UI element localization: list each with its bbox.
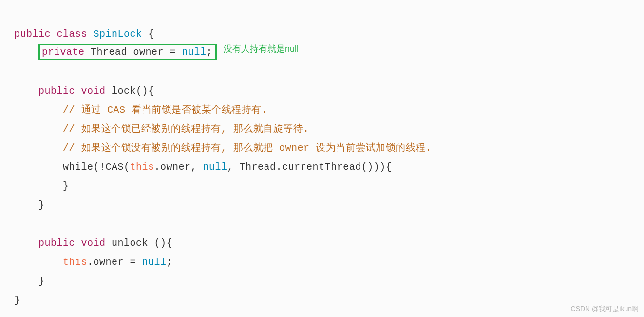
comment-line: // 通过 CAS 看当前锁是否被某个线程持有.	[63, 104, 267, 116]
watermark: CSDN @我可是ikun啊	[571, 305, 639, 314]
keyword-class: class	[57, 28, 88, 40]
semicolon: ;	[207, 46, 213, 58]
comment-line: // 如果这个锁已经被别的线程持有, 那么就自旋等待.	[63, 123, 309, 135]
brace: {	[142, 28, 154, 40]
field-decl: Thread owner =	[85, 46, 182, 58]
method-lock: lock(){	[106, 85, 154, 97]
while-mid2: , Thread.currentThread())){	[227, 161, 392, 173]
highlighted-line: private Thread owner = null;	[38, 44, 217, 60]
class-name: SpinLock	[94, 28, 142, 40]
keyword-public: public	[38, 85, 75, 97]
semicolon: ;	[167, 257, 173, 268]
method-unlock: unlock (){	[106, 238, 173, 249]
null-literal: null	[182, 46, 207, 58]
null-literal: null	[142, 257, 167, 268]
space	[75, 238, 81, 249]
this-keyword: this	[130, 161, 154, 173]
assign-rest: .owner =	[87, 257, 142, 268]
close-brace: }	[63, 180, 69, 192]
while-pre: while(!CAS(	[63, 161, 130, 173]
this-keyword: this	[63, 257, 87, 268]
close-brace: }	[38, 276, 45, 287]
keyword-private: private	[42, 46, 85, 58]
code-block: public class SpinLock { private Thread o…	[0, 0, 644, 310]
space	[75, 85, 81, 97]
null-literal: null	[203, 161, 227, 173]
keyword-void: void	[81, 85, 106, 97]
while-mid1: .owner,	[154, 161, 203, 173]
comment-line: // 如果这个锁没有被别的线程持有, 那么就把 owner 设为当前尝试加锁的线…	[63, 142, 432, 154]
annotation-text: 没有人持有就是null	[224, 44, 299, 54]
keyword-public: public	[38, 238, 75, 249]
close-brace: }	[38, 199, 45, 211]
keyword-public: public	[14, 28, 51, 40]
keyword-void: void	[81, 238, 106, 249]
close-brace: }	[14, 295, 20, 306]
